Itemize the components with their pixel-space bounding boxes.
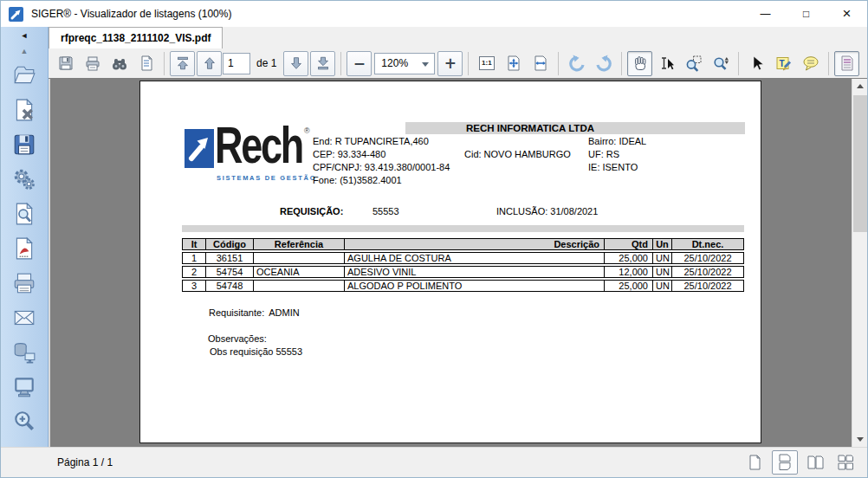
- actual-size-button[interactable]: 1:1: [474, 51, 499, 76]
- cell-it: 1: [182, 252, 206, 264]
- select-text-button[interactable]: [654, 51, 679, 76]
- company-header-band: RECH INFORMATICA LTDA: [405, 122, 745, 134]
- rotate-left-button[interactable]: [564, 51, 589, 76]
- scrollbar-up-button[interactable]: [852, 79, 868, 94]
- last-page-button[interactable]: [310, 51, 335, 76]
- cell-dtnec: 25/10/2022: [672, 280, 744, 292]
- next-page-button[interactable]: [283, 51, 308, 76]
- settings-gears-icon: [12, 167, 36, 191]
- save-button[interactable]: [53, 51, 78, 76]
- print-button[interactable]: [80, 51, 105, 76]
- scroll-up-icon: ▲: [21, 47, 29, 55]
- app-window: SIGER® - Visualizador de listagens (100%…: [0, 0, 868, 478]
- first-page-icon: [175, 55, 191, 71]
- close-document-icon: [12, 98, 36, 122]
- multiple-pages-view-button[interactable]: [832, 450, 858, 475]
- report-button[interactable]: [133, 51, 159, 76]
- observacao-value: Obs requisição 55553: [210, 346, 302, 357]
- company-name: RECH INFORMATICA LTDA: [466, 123, 594, 133]
- separator: [738, 52, 739, 75]
- sidebar-item-email[interactable]: [7, 300, 42, 335]
- table-row: 3 54748 ALGODAO P POLIMENTO 25,000 UN 25…: [182, 280, 744, 292]
- cell-qtd: 25,000: [605, 280, 653, 292]
- first-page-button[interactable]: [170, 51, 195, 76]
- document-properties-icon: [839, 55, 856, 72]
- scrollbar-thumb[interactable]: [853, 95, 867, 232]
- sidebar-collapse-button[interactable]: ◄: [1, 31, 48, 40]
- print-icon: [84, 55, 101, 72]
- sidebar-item-open-document[interactable]: [7, 58, 42, 93]
- zoom-marquee-icon: [685, 55, 703, 72]
- maximize-button[interactable]: □: [786, 1, 826, 27]
- zoom-marquee-button[interactable]: [681, 51, 706, 76]
- sidebar-item-print[interactable]: [7, 266, 42, 300]
- sidebar-item-save-document[interactable]: [7, 127, 42, 162]
- separator: [558, 52, 559, 75]
- note-button[interactable]: [798, 51, 823, 76]
- table-top-band: [182, 225, 744, 232]
- monitor-icon: [12, 375, 36, 399]
- pointer-arrow-icon: [748, 55, 766, 72]
- pointer-button[interactable]: [744, 51, 769, 76]
- page-number-input[interactable]: [223, 53, 250, 74]
- text-annotation-button[interactable]: T: [771, 51, 796, 76]
- title-bar: SIGER® - Visualizador de listagens (100%…: [1, 1, 867, 27]
- hand-icon: [632, 55, 649, 72]
- table-header-row: It Código Referência Descrição Qtd Un Dt…: [182, 238, 744, 250]
- field-inclusao: INCLUSÃO:31/08/2021: [496, 206, 598, 216]
- window-title: SIGER® - Visualizador de listagens (100%…: [31, 8, 231, 20]
- sidebar-item-pdf-document[interactable]: [7, 231, 42, 266]
- sidebar-scroll-up-button[interactable]: ▲: [21, 47, 29, 55]
- text-annotation-icon: T: [775, 55, 793, 72]
- continuous-view-button[interactable]: [772, 450, 798, 475]
- requisicao-label: REQUISIÇÃO:: [280, 206, 343, 216]
- sidebar-item-close-document[interactable]: [7, 93, 42, 127]
- zoom-out-button[interactable]: −: [347, 51, 372, 76]
- col-header-un: Un: [653, 238, 672, 250]
- app-logo-icon: [9, 7, 23, 22]
- sidebar-item-preview-document[interactable]: [7, 197, 42, 231]
- sidebar-item-view-screen[interactable]: [7, 370, 42, 404]
- hand-pan-button[interactable]: [627, 51, 652, 76]
- tab-label: rfpreqc_1138_2111102_VIS.pdf: [61, 32, 211, 44]
- cell-it: 2: [182, 266, 206, 278]
- field-fone: Fone:(51)3582.4001: [313, 175, 402, 185]
- fit-width-button[interactable]: [528, 51, 553, 76]
- sidebar-item-settings[interactable]: [7, 162, 42, 197]
- actual-size-icon: 1:1: [479, 56, 495, 70]
- requisicao-value: 55553: [372, 206, 399, 216]
- logo-wordmark: Rech: [215, 120, 302, 171]
- previous-page-button[interactable]: [197, 51, 222, 76]
- zoom-combobox[interactable]: 120%: [374, 53, 435, 74]
- svg-text:T: T: [779, 59, 784, 68]
- cell-codigo: 36151: [206, 252, 254, 264]
- fit-page-button[interactable]: [501, 51, 526, 76]
- cell-descricao: AGULHA DE COSTURA: [345, 252, 605, 264]
- email-icon: [12, 306, 36, 330]
- document-properties-button[interactable]: [834, 51, 859, 76]
- logo-tagline: SISTEMAS DE GESTÃO: [217, 174, 316, 182]
- cell-it: 3: [182, 280, 206, 292]
- col-header-descricao: Descrição: [345, 238, 605, 250]
- facing-pages-view-button[interactable]: [802, 450, 828, 475]
- rotate-right-button[interactable]: [591, 51, 616, 76]
- rech-logo-icon: [185, 129, 214, 168]
- zoom-dynamic-button[interactable]: [708, 51, 733, 76]
- cell-descricao: ALGODAO P POLIMENTO: [345, 280, 605, 292]
- sidebar-item-export-data[interactable]: [7, 335, 42, 370]
- minimize-button[interactable]: —: [745, 1, 786, 27]
- tab-document[interactable]: rfpreqc_1138_2111102_VIS.pdf: [49, 27, 223, 48]
- single-page-view-button[interactable]: [742, 450, 768, 475]
- find-button[interactable]: [107, 51, 132, 76]
- items-table: It Código Referência Descrição Qtd Un Dt…: [182, 236, 744, 294]
- scrollbar-down-button[interactable]: [852, 432, 868, 447]
- sidebar-item-zoom[interactable]: [7, 404, 42, 439]
- cell-codigo: 54748: [206, 280, 254, 292]
- close-button[interactable]: ×: [826, 1, 867, 27]
- fit-page-icon: [505, 55, 522, 72]
- cell-un: UN: [653, 252, 672, 264]
- window-controls: — □ ×: [745, 1, 867, 27]
- zoom-in-button[interactable]: +: [437, 51, 463, 76]
- cell-un: UN: [653, 280, 672, 292]
- field-cnpj: CPF/CNPJ:93.419.380/0001-84: [313, 162, 450, 172]
